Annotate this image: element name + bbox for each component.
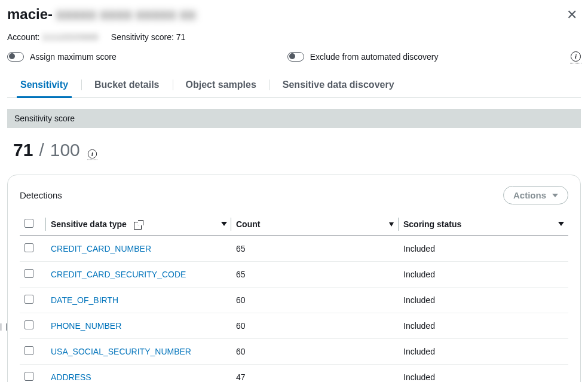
- column-header-count[interactable]: Count: [231, 213, 399, 236]
- account-field: Account: 111122223333: [7, 32, 98, 42]
- status-cell: Included: [399, 236, 568, 262]
- column-header-type[interactable]: Sensitive data type: [46, 213, 231, 236]
- count-cell: 47: [231, 365, 399, 383]
- data-type-link[interactable]: ADDRESS: [51, 372, 91, 382]
- data-type-link[interactable]: PHONE_NUMBER: [51, 321, 121, 331]
- row-checkbox[interactable]: [24, 295, 33, 304]
- count-cell: 65: [231, 262, 399, 288]
- table-row: ADDRESS47Included: [20, 365, 568, 383]
- sort-icon: [389, 222, 394, 227]
- table-row: CREDIT_CARD_NUMBER65Included: [20, 236, 568, 262]
- sort-icon: [559, 222, 564, 226]
- toggle-exclude-discovery-label: Exclude from automated discovery: [310, 52, 439, 62]
- status-cell: Included: [399, 365, 568, 383]
- data-type-link[interactable]: CREDIT_CARD_NUMBER: [51, 244, 151, 253]
- toggle-assign-max-score[interactable]: [7, 52, 24, 62]
- data-type-link[interactable]: DATE_OF_BIRTH: [51, 295, 118, 305]
- data-type-link[interactable]: CREDIT_CARD_SECURITY_CODE: [51, 270, 186, 279]
- column-header-status[interactable]: Scoring status: [399, 213, 568, 236]
- tab-bucket-details[interactable]: Bucket details: [81, 74, 172, 97]
- row-checkbox[interactable]: [24, 372, 33, 381]
- count-cell: 60: [231, 288, 399, 313]
- table-row: DATE_OF_BIRTH60Included: [20, 288, 568, 313]
- info-icon[interactable]: i: [88, 149, 97, 158]
- sensitivity-score-display: 71 / 100 i: [13, 140, 581, 160]
- row-checkbox[interactable]: [24, 243, 33, 252]
- status-cell: Included: [399, 339, 568, 365]
- meta-row: Account: 111122223333 Sensitivity score:…: [7, 32, 581, 42]
- actions-button-label: Actions: [513, 190, 546, 200]
- title-prefix: macie-: [7, 6, 53, 23]
- row-checkbox[interactable]: [24, 269, 33, 278]
- score-max: 100: [50, 140, 80, 160]
- row-checkbox[interactable]: [24, 320, 33, 329]
- table-row: CREDIT_CARD_SECURITY_CODE65Included: [20, 262, 568, 288]
- title-obscured: xxxxx xxxx xxxxx xx: [56, 6, 196, 23]
- chevron-down-icon: [552, 194, 558, 197]
- table-row: USA_SOCIAL_SECURITY_NUMBER60Included: [20, 339, 568, 365]
- tab-object-samples[interactable]: Object samples: [173, 74, 270, 97]
- score-section-header: Sensitivity score: [7, 109, 581, 128]
- data-type-link[interactable]: USA_SOCIAL_SECURITY_NUMBER: [51, 347, 191, 356]
- select-all-checkbox[interactable]: [24, 219, 33, 228]
- sort-icon: [222, 222, 226, 226]
- toggle-exclude-discovery[interactable]: [287, 52, 304, 62]
- status-cell: Included: [399, 262, 568, 288]
- detections-card: Detections Actions Sensitive data type: [7, 175, 581, 382]
- count-cell: 65: [231, 236, 399, 262]
- info-icon[interactable]: i: [571, 51, 581, 62]
- count-cell: 60: [231, 339, 399, 365]
- score-value: 71: [13, 140, 33, 160]
- sensitivity-score-summary: Sensitivity score: 71: [111, 32, 186, 42]
- count-cell: 60: [231, 313, 399, 339]
- status-cell: Included: [399, 313, 568, 339]
- detections-table: Sensitive data type Count: [20, 213, 568, 382]
- panel-title: macie- xxxxx xxxx xxxxx xx: [7, 6, 196, 23]
- close-icon[interactable]: ✕: [563, 6, 581, 24]
- table-row: PHONE_NUMBER60Included: [20, 313, 568, 339]
- toggle-assign-max-score-label: Assign maximum score: [30, 52, 117, 62]
- status-cell: Included: [399, 288, 568, 313]
- tab-bar: Sensitivity Bucket details Object sample…: [7, 74, 581, 98]
- row-checkbox[interactable]: [24, 346, 33, 355]
- tab-sensitive-data-discovery[interactable]: Sensitive data discovery: [270, 74, 408, 97]
- tab-sensitivity[interactable]: Sensitivity: [7, 74, 81, 97]
- external-link-icon: [134, 222, 142, 230]
- score-separator: /: [39, 140, 44, 160]
- detections-title: Detections: [20, 190, 62, 200]
- actions-button[interactable]: Actions: [503, 186, 568, 204]
- panel-resize-handle[interactable]: | |: [0, 322, 8, 331]
- account-value-obscured: 111122223333: [42, 32, 97, 42]
